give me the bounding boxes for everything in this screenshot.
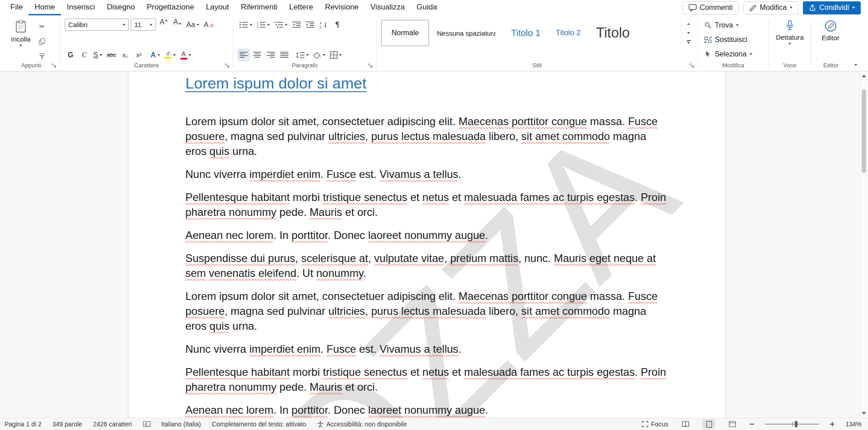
shrink-font-button[interactable]: A	[171, 19, 183, 31]
scrollbar-thumb[interactable]	[862, 89, 866, 173]
text-completion-status[interactable]: Completamento del testo: attivato	[212, 421, 306, 428]
zoom-in-button[interactable]	[830, 422, 835, 426]
strikethrough-button[interactable]: abc	[105, 49, 118, 61]
vertical-scrollbar[interactable]	[859, 71, 868, 418]
menu-tab-visualizza[interactable]: Visualizza	[364, 0, 410, 15]
menu-tab-disegno[interactable]: Disegno	[101, 0, 141, 15]
bold-button[interactable]: G	[65, 49, 76, 61]
line-spacing-button[interactable]	[294, 49, 310, 61]
document-page[interactable]: BOZZA Lorem ispum dolor si amet Lorem ip…	[129, 71, 725, 418]
eraser-icon	[210, 23, 214, 27]
font-size-select[interactable]: 11	[131, 19, 156, 31]
share-button[interactable]: Condividi	[803, 1, 861, 14]
align-center-button[interactable]	[251, 49, 263, 61]
menu-tab-revisione[interactable]: Revisione	[319, 0, 365, 15]
word-count[interactable]: 349 parole	[52, 421, 82, 428]
multilevel-list-button[interactable]	[273, 19, 289, 31]
grow-font-letter: A	[160, 19, 165, 26]
styles-gallery: NormaleNessuna spaziaturaTitolo 1Titolo …	[381, 19, 677, 47]
zoom-slider[interactable]	[765, 421, 819, 428]
style-titolo[interactable]: Titolo	[588, 20, 637, 46]
zoom-out-button[interactable]	[750, 424, 754, 425]
scroll-down-button[interactable]	[860, 412, 868, 415]
zoom-level[interactable]: 134%	[845, 421, 862, 428]
cut-button[interactable]: ✂	[36, 20, 48, 33]
comment-icon	[689, 4, 697, 12]
paste-button[interactable]: Incolla	[7, 19, 34, 62]
subscript-button[interactable]: x₂	[119, 49, 131, 61]
show-formatting-button[interactable]: ¶	[331, 19, 343, 31]
grow-font-button[interactable]: A	[158, 19, 170, 31]
divider	[60, 20, 60, 67]
decrease-indent-button[interactable]	[291, 19, 302, 31]
copy-button[interactable]	[36, 35, 48, 47]
styles-scroll-down-button[interactable]	[684, 29, 693, 37]
scroll-up-button[interactable]	[860, 75, 868, 77]
styles-dialog-launcher[interactable]	[689, 62, 695, 69]
menu-tab-file[interactable]: File	[5, 0, 28, 15]
find-button[interactable]: Trova	[703, 19, 764, 31]
menu-tab-lettere[interactable]: Lettere	[283, 0, 319, 15]
chevron-down-icon	[19, 45, 22, 47]
clipboard-dialog-launcher[interactable]	[51, 62, 57, 69]
clear-formatting-button[interactable]: A	[203, 19, 216, 31]
italic-button[interactable]: C	[78, 49, 90, 61]
web-layout-button[interactable]	[726, 419, 739, 429]
sort-button[interactable]: AZ	[318, 19, 330, 31]
multilevel-list-icon	[274, 21, 283, 28]
bold-icon: G	[68, 51, 73, 59]
styles-scroll-up-button[interactable]	[684, 20, 693, 28]
editing-mode-button[interactable]: Modifica	[743, 1, 799, 14]
zoom-slider-thumb[interactable]	[795, 421, 797, 427]
page-indicator[interactable]: Pagina 1 di 2	[5, 421, 42, 428]
select-icon	[704, 51, 712, 58]
increase-indent-button[interactable]	[304, 19, 316, 31]
superscript-button[interactable]: x²	[133, 49, 145, 61]
proofing-status[interactable]	[143, 421, 151, 427]
change-case-button[interactable]: Aa	[185, 19, 201, 31]
style-titolo-1[interactable]: Titolo 1	[503, 20, 548, 46]
format-painter-button[interactable]	[36, 50, 48, 62]
menu-tab-guida[interactable]: Guida	[411, 0, 443, 15]
style-normale[interactable]: Normale	[381, 20, 429, 46]
menu-tab-progettazione[interactable]: Progettazione	[141, 0, 200, 15]
read-mode-button[interactable]	[679, 419, 692, 429]
dictate-button[interactable]: Dettatura	[774, 19, 806, 45]
menu-tab-riferimenti[interactable]: Riferimenti	[235, 0, 283, 15]
paragraph-dialog-launcher[interactable]	[367, 62, 374, 69]
bullet-list-button[interactable]	[238, 19, 254, 31]
replace-button[interactable]: Sostituisci	[703, 34, 764, 46]
style-nessuna-spaziatura[interactable]: Nessuna spaziatura	[429, 20, 503, 46]
char-count[interactable]: 2426 caratteri	[93, 421, 132, 428]
collapse-ribbon-button[interactable]	[854, 61, 857, 67]
accessibility-status[interactable]: Accessibilità: non disponibile	[317, 421, 407, 428]
language-indicator[interactable]: Italiano (Italia)	[161, 421, 201, 428]
group-label-voice: Voce	[770, 62, 810, 69]
font-color-button[interactable]: A	[179, 49, 193, 61]
comments-button[interactable]: Commenti	[683, 1, 739, 14]
numbered-list-button[interactable]: 123	[255, 19, 271, 31]
print-layout-button[interactable]	[703, 419, 715, 429]
font-name-value: Calibri	[68, 21, 88, 28]
select-button[interactable]: Seleziona	[703, 48, 764, 60]
font-dialog-launcher[interactable]	[224, 62, 231, 69]
style-titolo-2[interactable]: Titolo 2	[548, 20, 588, 46]
underline-button[interactable]: S	[92, 49, 104, 61]
styles-more-button[interactable]	[684, 38, 693, 46]
menu-tab-home[interactable]: Home	[28, 0, 61, 15]
borders-button[interactable]	[329, 49, 343, 61]
justify-button[interactable]	[278, 49, 290, 61]
font-name-select[interactable]: Calibri	[65, 19, 129, 31]
align-left-button[interactable]	[238, 49, 250, 61]
editor-button[interactable]: Editor	[816, 19, 845, 42]
text-effects-button[interactable]: A	[149, 49, 161, 61]
align-right-button[interactable]	[265, 49, 277, 61]
group-label-editor: Editor	[812, 62, 850, 69]
focus-button[interactable]: Focus	[642, 421, 668, 428]
shading-button[interactable]	[312, 49, 327, 61]
menu-tab-layout[interactable]: Layout	[200, 0, 235, 15]
highlight-button[interactable]	[163, 49, 177, 61]
divider	[769, 20, 769, 67]
menu-tab-inserisci[interactable]: Inserisci	[61, 0, 101, 15]
chevron-down-icon	[339, 54, 342, 56]
